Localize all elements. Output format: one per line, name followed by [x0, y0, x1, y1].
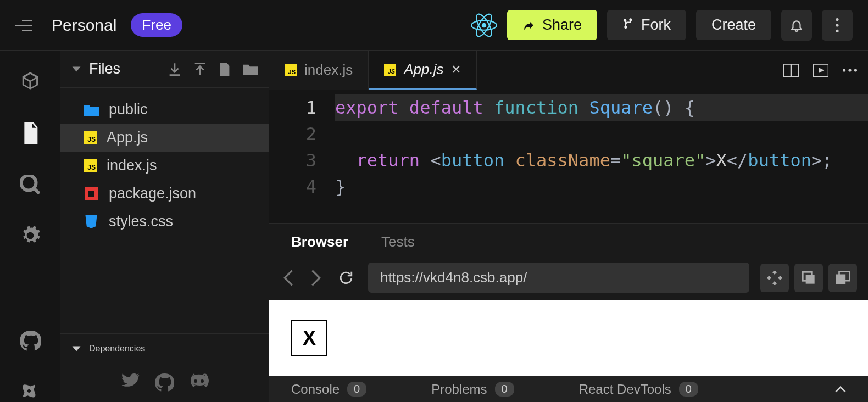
file-row-styles-css[interactable]: styles.css: [60, 208, 269, 236]
file-name: public: [109, 101, 148, 118]
create-button[interactable]: Create: [696, 10, 771, 40]
panel-toggle-icon[interactable]: [835, 386, 846, 393]
tab-label: App.js: [404, 61, 443, 78]
new-file-icon[interactable]: [219, 63, 230, 76]
svg-rect-18: [767, 275, 771, 280]
tab-index-js[interactable]: JS index.js: [269, 51, 369, 90]
js-icon: JS: [84, 131, 97, 144]
devtools-count: 0: [679, 382, 698, 397]
json-icon: [84, 186, 99, 202]
menu-icon[interactable]: [15, 20, 32, 31]
download-icon[interactable]: [169, 63, 181, 76]
console-label: Console: [291, 382, 340, 397]
react-icon: [471, 12, 497, 38]
discord-icon[interactable]: [189, 373, 209, 392]
share-arrow-icon: [522, 19, 536, 32]
chevron-down-icon: [71, 344, 81, 354]
tab-app-js[interactable]: JS App.js ✕: [369, 51, 477, 90]
plan-badge[interactable]: Free: [131, 13, 182, 37]
search-icon[interactable]: [20, 175, 40, 194]
svg-point-7: [21, 176, 36, 191]
svg-point-16: [854, 69, 857, 71]
reload-icon[interactable]: [335, 267, 357, 289]
devtools-label: React DevTools: [579, 382, 671, 397]
js-icon: JS: [84, 159, 97, 172]
file-row-package-json[interactable]: package.json: [60, 180, 269, 208]
svg-point-5: [836, 24, 838, 26]
share-button[interactable]: Share: [507, 10, 597, 40]
create-label: Create: [711, 16, 756, 34]
twitter-icon[interactable]: [121, 373, 140, 392]
bell-icon: [789, 18, 804, 32]
problems-label: Problems: [431, 382, 487, 397]
share-label: Share: [542, 16, 582, 34]
svg-rect-20: [772, 281, 777, 285]
expand-icon[interactable]: [760, 264, 789, 292]
copy-icon[interactable]: [794, 264, 823, 292]
svg-point-6: [836, 29, 838, 32]
preview-frame[interactable]: X: [269, 300, 868, 376]
file-row-app-js[interactable]: JS App.js: [60, 124, 269, 152]
url-input[interactable]: https://vkd4n8.csb.app/: [368, 263, 749, 293]
sandbox-icon[interactable]: [20, 70, 41, 91]
new-folder-icon[interactable]: [243, 63, 258, 75]
code-editor[interactable]: 1 2 3 4 export default function Square()…: [269, 90, 868, 223]
files-title: Files: [89, 60, 155, 77]
preview-icon[interactable]: [813, 64, 828, 77]
line-gutter: 1 2 3 4: [269, 94, 335, 223]
svg-rect-17: [772, 271, 777, 275]
svg-point-15: [848, 69, 851, 71]
more-editor-icon[interactable]: [843, 69, 857, 72]
js-icon: JS: [384, 64, 396, 76]
nav-back-icon[interactable]: [280, 266, 297, 289]
fork-icon: [622, 18, 635, 32]
svg-point-0: [482, 23, 487, 27]
console-tab[interactable]: Console 0: [291, 382, 366, 397]
github-social-icon[interactable]: [155, 373, 174, 392]
new-window-icon[interactable]: [828, 264, 857, 292]
svg-rect-19: [778, 275, 782, 280]
css-icon: [84, 214, 99, 230]
preview-tab-tests[interactable]: Tests: [381, 233, 415, 250]
notifications-button[interactable]: [781, 10, 812, 41]
svg-rect-22: [806, 275, 815, 283]
folder-icon: [84, 102, 99, 118]
problems-tab[interactable]: Problems 0: [431, 382, 514, 397]
svg-rect-23: [836, 274, 845, 284]
close-icon[interactable]: ✕: [451, 63, 461, 77]
chevron-down-icon: [71, 64, 81, 74]
svg-line-8: [34, 189, 39, 194]
nav-forward-icon[interactable]: [308, 266, 324, 289]
upload-icon[interactable]: [194, 63, 206, 76]
more-button[interactable]: [822, 10, 853, 41]
workspace-name[interactable]: Personal: [52, 16, 116, 35]
settings-icon[interactable]: [20, 225, 41, 246]
file-name: App.js: [107, 129, 148, 146]
file-row-index-js[interactable]: JS index.js: [60, 152, 269, 180]
dependencies-panel-header[interactable]: Dependencies: [60, 333, 269, 364]
preview-tab-browser[interactable]: Browser: [291, 233, 348, 250]
code-content: export default function Square() { retur…: [335, 94, 868, 223]
svg-rect-10: [88, 191, 94, 197]
files-panel-header[interactable]: Files: [60, 51, 269, 88]
split-editor-icon[interactable]: [783, 64, 799, 77]
explorer-icon[interactable]: [21, 122, 39, 144]
dependencies-title: Dependencies: [89, 344, 145, 354]
svg-point-14: [843, 69, 845, 71]
js-icon: JS: [285, 64, 297, 76]
file-name: styles.css: [109, 213, 173, 230]
tab-label: index.js: [304, 62, 353, 79]
file-name: package.json: [109, 185, 196, 202]
square-button[interactable]: X: [291, 320, 327, 356]
kebab-icon: [836, 18, 839, 32]
devtools-tab[interactable]: React DevTools 0: [579, 382, 698, 397]
file-row-public[interactable]: public: [60, 96, 269, 124]
fork-button[interactable]: Fork: [607, 10, 686, 40]
problems-count: 0: [495, 382, 514, 397]
file-name: index.js: [107, 157, 157, 174]
github-icon[interactable]: [20, 331, 41, 351]
deploy-icon[interactable]: [20, 382, 40, 402]
console-count: 0: [347, 382, 366, 397]
svg-point-4: [836, 18, 838, 21]
fork-label: Fork: [641, 16, 671, 34]
